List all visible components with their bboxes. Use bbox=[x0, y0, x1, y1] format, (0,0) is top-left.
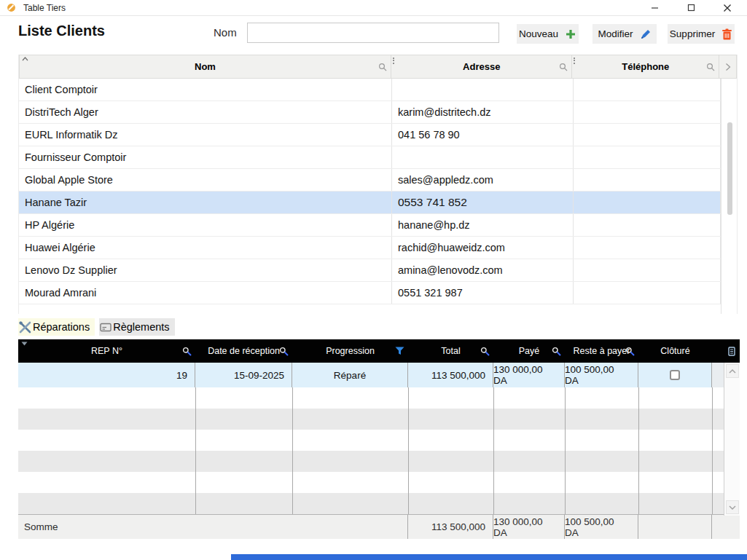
search-icon[interactable] bbox=[706, 63, 715, 71]
column-divider bbox=[638, 387, 639, 514]
cell-total: 113 500,000 bbox=[408, 363, 493, 387]
cell-rep-no: 19 bbox=[18, 363, 195, 387]
column-header-total[interactable]: Total bbox=[408, 339, 493, 363]
clients-scrollbar-thumb[interactable] bbox=[727, 122, 732, 215]
scroll-up-button[interactable] bbox=[726, 364, 739, 378]
column-header-paye[interactable]: Payé bbox=[493, 339, 565, 363]
cloture-checkbox[interactable] bbox=[670, 370, 680, 380]
column-header-progression[interactable]: Progression bbox=[292, 339, 408, 363]
delete-button-label: Supprimer bbox=[670, 28, 715, 39]
column-divider bbox=[493, 387, 494, 514]
cell-progression: Réparé bbox=[292, 363, 408, 387]
column-header-cloture[interactable]: Clôturé bbox=[638, 339, 712, 363]
search-icon[interactable] bbox=[480, 347, 490, 356]
column-chooser-icon bbox=[727, 347, 736, 356]
app-icon bbox=[7, 3, 16, 12]
cell-nom: Hanane Tazir bbox=[19, 192, 392, 213]
chevron-right-icon bbox=[725, 63, 731, 71]
table-row[interactable]: Mourad Amrani 0551 321 987 bbox=[19, 282, 721, 304]
table-row[interactable]: Huawei Algérie rachid@huaweidz.com bbox=[19, 237, 721, 259]
tools-icon bbox=[19, 321, 31, 334]
tab-reglements[interactable]: Règlements bbox=[99, 318, 174, 336]
repairs-scrollbar[interactable] bbox=[724, 363, 740, 516]
summary-paye: 130 000,00 DA bbox=[493, 515, 565, 539]
search-icon[interactable] bbox=[378, 63, 387, 71]
search-icon[interactable] bbox=[182, 347, 192, 356]
cell-nom: Mourad Amrani bbox=[19, 282, 392, 304]
minimize-button[interactable] bbox=[636, 0, 673, 15]
column-resize-handle[interactable] bbox=[574, 58, 575, 64]
sort-asc-icon bbox=[22, 57, 28, 61]
search-icon[interactable] bbox=[625, 347, 635, 356]
search-icon[interactable] bbox=[559, 63, 568, 71]
close-button[interactable] bbox=[709, 0, 746, 15]
new-button[interactable]: Nouveau bbox=[517, 24, 579, 44]
cell-nom: EURL Informatik Dz bbox=[19, 124, 392, 146]
cell-adresse bbox=[392, 146, 574, 168]
tab-reparations[interactable]: Réparations bbox=[18, 318, 95, 336]
cell-adresse: rachid@huaweidz.com bbox=[392, 237, 574, 259]
cell-telephone bbox=[574, 259, 721, 281]
cell-telephone bbox=[574, 214, 721, 236]
page-title: Liste Clients bbox=[18, 23, 105, 39]
summary-corner bbox=[712, 515, 740, 539]
filter-icon[interactable] bbox=[395, 347, 404, 355]
repairs-empty-rows bbox=[18, 387, 724, 514]
client-name-search-input[interactable] bbox=[247, 23, 499, 43]
tab-label: Réparations bbox=[33, 321, 90, 333]
table-row[interactable]: Fournisseur Comptoir bbox=[19, 146, 721, 169]
column-header-date-reception[interactable]: Date de réception bbox=[195, 339, 292, 363]
table-row[interactable]: EURL Informatik Dz 041 56 78 90 bbox=[19, 124, 721, 146]
column-resize-handle[interactable] bbox=[393, 58, 394, 64]
chevron-up-icon bbox=[729, 369, 736, 374]
column-header-telephone[interactable]: Téléphone bbox=[572, 55, 719, 79]
summary-label: Somme bbox=[18, 515, 408, 539]
cell-date-reception: 15-09-2025 bbox=[195, 363, 292, 387]
repair-row-selected[interactable]: 19 15-09-2025 Réparé 113 500,000 130 000… bbox=[18, 363, 740, 387]
search-icon[interactable] bbox=[279, 347, 289, 356]
column-chooser-button[interactable] bbox=[712, 339, 740, 363]
column-header-adresse[interactable]: Adresse bbox=[391, 55, 573, 79]
column-divider bbox=[408, 387, 409, 514]
chevron-down-icon bbox=[729, 505, 736, 510]
column-divider bbox=[712, 387, 713, 514]
cell-adresse: 041 56 78 90 bbox=[392, 124, 574, 146]
cell-telephone bbox=[574, 169, 721, 191]
cell-paye: 130 000,00 DA bbox=[493, 363, 565, 387]
cell-telephone bbox=[574, 146, 721, 168]
search-icon[interactable] bbox=[552, 347, 561, 356]
summary-cloture-empty bbox=[638, 515, 712, 539]
column-header-label: Total bbox=[441, 346, 460, 356]
cell-reste-a-payer: 100 500,00 DA bbox=[565, 363, 638, 387]
cell-nom: Lenovo Dz Supplier bbox=[19, 259, 392, 281]
cell-telephone bbox=[574, 282, 721, 304]
delete-button[interactable]: Supprimer bbox=[668, 24, 735, 44]
edit-button[interactable]: Modifier bbox=[592, 24, 657, 44]
table-row[interactable]: Client Comptoir bbox=[19, 79, 721, 101]
cell-adresse: sales@appledz.com bbox=[392, 169, 574, 191]
pencil-icon bbox=[640, 28, 652, 40]
edit-button-label: Modifier bbox=[598, 28, 633, 39]
row-gap-cell bbox=[712, 363, 724, 387]
scroll-down-button[interactable] bbox=[726, 500, 739, 514]
summary-row: Somme 113 500,000 130 000,00 DA 100 500,… bbox=[18, 514, 740, 539]
cell-adresse: karim@distritech.dz bbox=[392, 101, 574, 123]
repairs-table: REP N° Date de réception Progression Tot… bbox=[18, 339, 740, 539]
column-options-button[interactable] bbox=[719, 55, 737, 79]
column-header-rep-no[interactable]: REP N° bbox=[18, 339, 195, 363]
column-header-label: Progression bbox=[326, 346, 375, 356]
table-row[interactable]: Lenovo Dz Supplier amina@lenovodz.com bbox=[19, 259, 721, 282]
table-row[interactable]: Global Apple Store sales@appledz.com bbox=[19, 169, 721, 192]
cell-adresse: amina@lenovodz.com bbox=[392, 259, 574, 281]
clients-scrollbar[interactable] bbox=[721, 79, 738, 314]
column-header-label: Reste à payer bbox=[574, 346, 630, 356]
table-row-selected[interactable]: Hanane Tazir 0553 741 852 bbox=[19, 192, 721, 214]
repairs-table-header: REP N° Date de réception Progression Tot… bbox=[18, 339, 740, 363]
column-header-nom[interactable]: Nom bbox=[19, 55, 391, 79]
table-row[interactable]: DistriTech Alger karim@distritech.dz bbox=[19, 101, 721, 124]
trash-icon bbox=[721, 28, 732, 40]
cell-telephone bbox=[574, 237, 721, 259]
column-header-reste-a-payer[interactable]: Reste à payer bbox=[565, 339, 638, 363]
maximize-button[interactable] bbox=[673, 0, 709, 15]
table-row[interactable]: HP Algérie hanane@hp.dz bbox=[19, 214, 721, 237]
